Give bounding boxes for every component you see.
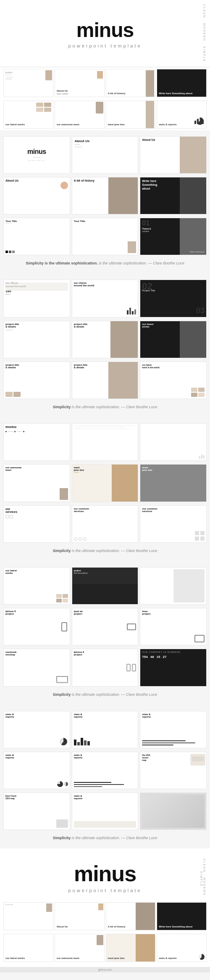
- slide-title: About Us: [75, 139, 90, 143]
- macbook-slide[interactable]: macbookmockup: [3, 649, 70, 686]
- world-stats-slide[interactable]: stats &reports: [72, 792, 139, 830]
- dark-img: [180, 177, 206, 214]
- jane-doe-img[interactable]: meetjane doe: [140, 464, 207, 502]
- bottom-slide-works[interactable]: our latest works: [3, 934, 53, 962]
- blank-slide-2[interactable]: [140, 423, 207, 461]
- team-img: [60, 488, 68, 500]
- mini-img: [46, 903, 52, 912]
- about-orange-slide[interactable]: About Us: [3, 177, 70, 214]
- stats-bar-2[interactable]: stats &reports: [72, 752, 139, 789]
- clients-chart-slide[interactable]: our clientsaround the world: [72, 280, 139, 317]
- team-slide[interactable]: our awesometeam: [3, 464, 70, 502]
- slide-content: our latestwork in the world: [142, 364, 159, 369]
- ipad-slide[interactable]: ipad airproject: [72, 608, 139, 645]
- east-coast-map: [56, 819, 68, 828]
- quote-5: Simplicity is the ultimate sophisticatio…: [0, 832, 210, 844]
- dark-about-slide[interactable]: Write hereSomethingabout: [140, 177, 207, 214]
- page-wrapper: clean · modern · simple minus powerpoint…: [0, 0, 210, 972]
- numbers-slide[interactable]: our company in numbers 754 48 15 27: [140, 649, 207, 686]
- slide-img: [128, 241, 136, 253]
- stats-grid-2: stats &reports stats &reports: [0, 750, 210, 791]
- services-slide[interactable]: ourservices: [3, 505, 70, 543]
- bottom-slide-team[interactable]: our awesome team: [55, 934, 105, 962]
- slide-card[interactable]: our awesome team: [55, 100, 105, 129]
- east-coast-slide[interactable]: East CoastUSA map: [3, 792, 70, 830]
- stats-pie-slide[interactable]: stats &reports: [3, 711, 70, 748]
- latest-work-light[interactable]: our latestwork in the world: [140, 362, 207, 399]
- stats-pie-2[interactable]: stats &reports: [3, 752, 70, 789]
- works-grid-1: our latestworks project title descriptio…: [0, 565, 210, 606]
- about-us-slide[interactable]: About Us: [72, 136, 139, 174]
- bottom-slide-history[interactable]: A bit of history: [106, 902, 156, 930]
- phone-mockup: [61, 622, 67, 631]
- slide-card[interactable]: project title here: [3, 69, 53, 97]
- team-grid: our awesometeam meetjane doe meetjane do…: [0, 462, 210, 503]
- about-grid-1: minus powerpoint About Us About Us: [0, 135, 210, 175]
- slide-card[interactable]: About Us slide subtitle: [55, 69, 105, 97]
- minus-logo-slide[interactable]: minus powerpoint: [3, 136, 70, 174]
- bottom-slide-1[interactable]: project title: [3, 902, 53, 930]
- slide-card[interactable]: Write here Something about: [157, 69, 207, 97]
- service-icons: [5, 515, 17, 518]
- bottom-slide-stats[interactable]: stats & reports: [157, 934, 207, 962]
- timeline-dots: [5, 431, 24, 432]
- tall-image: [142, 795, 205, 828]
- about-section: minus powerpoint About Us About Us: [0, 130, 210, 274]
- iphone-slide[interactable]: Iphone 6project: [3, 608, 70, 645]
- theme-slide[interactable]: 01 Theme & content Write Firstname: [140, 218, 207, 255]
- common-services-2[interactable]: our commonservices: [140, 505, 207, 543]
- bottom-slide-dark[interactable]: Write here Something about: [157, 902, 207, 930]
- slide-card[interactable]: meet jane doe: [106, 100, 156, 129]
- about-grid-3: Your Title Your Title 01 Theme &: [0, 216, 210, 257]
- bottom-grid-bottom: our latest works our awesome team meet j…: [0, 932, 210, 964]
- name-label: Write Firstname: [190, 251, 205, 253]
- watermark-text: gfxtra.com: [98, 968, 112, 971]
- iphone-6-slide[interactable]: Iphone 6project: [72, 649, 139, 686]
- slide-content: About Us: [75, 139, 90, 148]
- clients-grid-3: project title& details project title& de…: [0, 360, 210, 401]
- slide-content: project title& details: [5, 323, 19, 331]
- clients-world-slide[interactable]: our clientsaround the world 180 clients: [3, 280, 70, 317]
- common-services-1[interactable]: our commonservices: [72, 505, 139, 543]
- numbered-slide[interactable]: 02 Project Title 03: [140, 280, 207, 317]
- slide-label: About Us: [57, 90, 102, 92]
- imac-slide[interactable]: Imacproject: [140, 608, 207, 645]
- slide-label: Write here Something about: [159, 925, 205, 928]
- stats-section: stats &reports stats &reports stat: [0, 705, 210, 849]
- plain-white-slide[interactable]: [140, 567, 207, 605]
- slide-card[interactable]: A bit of history: [106, 69, 156, 97]
- history-img: [108, 177, 138, 214]
- slide-image: [180, 137, 206, 173]
- project-detail-slide-2[interactable]: project title& details: [3, 362, 70, 399]
- latest-works-slide[interactable]: our latestworks: [3, 567, 70, 605]
- your-title-slide-2[interactable]: Your Title: [72, 218, 139, 255]
- about-us-img-slide[interactable]: About Us: [140, 136, 207, 174]
- stats-bar-slide[interactable]: stats &reports: [72, 711, 139, 748]
- usa-map-slide[interactable]: the USAvectormap: [140, 752, 207, 789]
- latest-works-dark[interactable]: our latestworks: [140, 321, 207, 358]
- quote-1: Simplicity is the ultimate sophisticatio…: [0, 257, 210, 269]
- bottom-tagline: powerpoint template: [8, 888, 202, 893]
- your-title-slide-1[interactable]: Your Title: [3, 218, 70, 255]
- hero-section: clean · modern · simple minus powerpoint…: [0, 0, 210, 67]
- history-slide[interactable]: A bit of history: [72, 177, 139, 214]
- project-img-slide[interactable]: project title& details: [72, 321, 139, 358]
- slide-card[interactable]: stats & reports: [157, 100, 207, 129]
- bar-chart: [127, 308, 136, 314]
- bottom-slide-jane[interactable]: meet jane doe: [106, 934, 156, 962]
- stats-progress-slide[interactable]: stats &reports: [140, 711, 207, 748]
- project-detail-slide[interactable]: project title& details: [3, 321, 70, 358]
- jane-doe-cream[interactable]: meetjane doe: [72, 464, 139, 502]
- mini-img: [136, 903, 155, 930]
- mini-pie: [199, 954, 205, 960]
- slide-content: Iphone 6project: [5, 610, 16, 615]
- logo-icons: [5, 251, 15, 253]
- tall-img-slide[interactable]: [140, 792, 207, 830]
- timeline-slide[interactable]: timeline: [3, 423, 70, 461]
- blank-slide-1[interactable]: [72, 423, 139, 461]
- project-detail-slide-3[interactable]: project title& details: [72, 362, 139, 399]
- building-slide[interactable]: project title description: [72, 567, 139, 605]
- bottom-slide-about[interactable]: About Us: [55, 902, 105, 930]
- preview-grid-top: project title here About Us slide subtit…: [0, 67, 210, 99]
- slide-card[interactable]: our latest works: [3, 100, 53, 129]
